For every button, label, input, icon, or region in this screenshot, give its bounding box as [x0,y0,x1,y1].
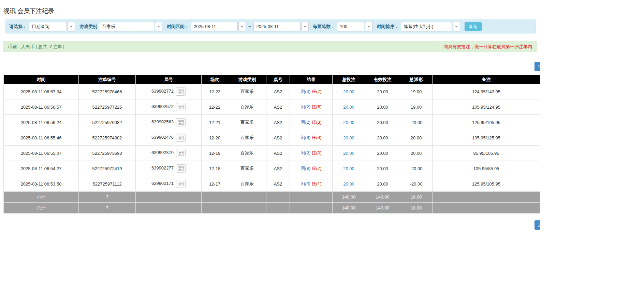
summary-total-bet: 140.00 [333,192,365,203]
cell-total-bet: 20.00 [333,84,365,99]
chevron-down-icon[interactable] [155,22,162,31]
table-header-row: 时间 注单编号 局号 场次 游戏类别 桌号 结果 总投注 有效投注 总派彩 备注 [4,75,540,84]
table-row: 2025-08-11 06:55:07522725973693639902370… [4,146,540,161]
cell-bet-no: 522725976082 [79,115,136,130]
pagination-bottom: 1 [3,220,540,230]
cell-game-type: 百家乐 [228,84,266,99]
summary-empty-cell [266,192,290,203]
total-bet-link[interactable]: 20.00 [343,151,354,156]
result-banker: 庄(7) [312,89,322,94]
summary-empty-cell [228,203,266,214]
cell-valid-bet: 20.00 [365,115,400,130]
game-type-select[interactable]: 百家乐 [99,22,162,31]
date-to-value[interactable]: 2025-08-11 [253,22,301,31]
date-from-select[interactable]: 2025-08-11 [191,22,246,31]
total-bet-link[interactable]: 20.00 [343,120,354,125]
view-cards-button[interactable] [176,118,186,126]
total-bet-link[interactable]: 20.00 [343,105,354,110]
cell-valid-bet: 20.00 [365,176,400,192]
cell-session: 12-17 [202,176,228,192]
cell-game-type: 百家乐 [228,99,266,115]
result-player: 闲(6) [301,135,310,140]
cell-note: 85.95/105.95 [433,146,540,161]
query-type-value[interactable]: 日期查询 [29,22,67,31]
total-bet-link[interactable]: 20.00 [343,166,354,171]
chevron-down-icon[interactable] [238,22,246,31]
search-button[interactable]: 查询 [465,22,482,31]
table-body: 2025-08-11 06:57:34522725978466639902772… [4,84,540,192]
summary-empty-cell [266,203,290,214]
chevron-down-icon[interactable] [453,22,460,31]
cell-time: 2025-08-11 06:55:46 [4,130,79,146]
date-range-label: 时间区间： [167,24,189,30]
total-bet-link[interactable]: 20.00 [343,181,354,187]
total-bet-link[interactable]: 20.00 [343,89,354,94]
page-1-button[interactable]: 1 [535,62,540,71]
cards-icon [178,136,184,140]
chevron-down-icon[interactable] [68,22,75,31]
cell-round-no: 639902772 [136,84,202,99]
col-time: 时间 [4,75,79,84]
cell-game-type: 百家乐 [228,115,266,130]
view-cards-button[interactable] [176,103,186,111]
cell-time: 2025-08-11 06:53:50 [4,176,79,192]
date-separator: ~ [248,24,252,29]
total-bet-link[interactable]: 20.00 [343,135,354,140]
table-row: 2025-08-11 06:57:34522725978466639902772… [4,84,540,99]
sort-order-select[interactable]: 降冪(由大到小) [401,22,460,31]
view-cards-button[interactable] [176,87,186,96]
cell-payout: -20.00 [400,161,433,176]
cell-valid-bet: 20.00 [365,84,400,99]
cell-valid-bet: 20.00 [365,99,400,115]
col-result: 结果 [290,75,333,84]
cell-bet-no: 522725978466 [79,84,136,99]
cell-round-no: 639902672 [136,99,202,115]
cell-valid-bet: 20.00 [365,130,400,146]
cell-time: 2025-08-11 06:55:07 [4,146,79,161]
result-banker: 庄(7) [312,166,322,171]
summary-empty-cell [290,203,333,214]
chevron-down-icon[interactable] [301,22,309,31]
cell-note: 105.95/124.95 [433,99,540,115]
cell-valid-bet: 20.00 [365,146,400,161]
col-total-bet: 总投注 [333,75,365,84]
view-cards-button[interactable] [176,134,186,142]
date-to-select[interactable]: 2025-08-11 [253,22,309,31]
summary-count: 7 [79,203,136,214]
result-banker: 庄(1) [312,181,322,186]
summary-empty-cell [202,192,228,203]
date-from-value[interactable]: 2025-08-11 [191,22,238,31]
cards-icon [178,166,184,171]
page-1-button[interactable]: 1 [535,220,540,230]
view-cards-button[interactable] [176,164,186,173]
cell-note: 124.95/143.95 [433,84,540,99]
cell-result: 闲(2) 庄(0) [290,146,333,161]
page-size-select[interactable]: 100 [337,22,372,31]
view-cards-button[interactable] [176,149,186,157]
cell-time: 2025-08-11 06:56:24 [4,115,79,130]
notice-text: 同局有效投注，统一计算在该局第一张注单内 [443,44,532,50]
cell-table-no: AS2 [266,99,290,115]
summary-count: 7 [79,192,136,203]
col-bet-no: 注单编号 [79,75,136,84]
round-number: 639902772 [151,88,174,94]
query-type-select[interactable]: 日期查询 [29,22,75,31]
game-type-label: 游戏类别 [79,24,97,30]
summary-total-bet: 140.00 [333,203,365,214]
cell-payout: -20.00 [400,115,433,130]
sort-order-value[interactable]: 降冪(由大到小) [401,22,452,31]
cell-table-no: AS2 [266,146,290,161]
round-number: 639902370 [151,150,174,155]
round-number: 639902277 [151,165,174,171]
result-player: 闲(2) [301,120,310,125]
cell-session: 12-21 [202,115,228,130]
cell-table-no: AS2 [266,130,290,146]
summary-empty-cell [136,192,202,203]
view-cards-button[interactable] [176,180,186,188]
cell-result: 闲(3) 庄(1) [290,176,333,192]
cell-payout: 20.00 [400,130,433,146]
page-size-value[interactable]: 100 [337,22,364,31]
chevron-down-icon[interactable] [365,22,372,31]
game-type-value[interactable]: 百家乐 [99,22,154,31]
caret-icon [455,26,458,27]
